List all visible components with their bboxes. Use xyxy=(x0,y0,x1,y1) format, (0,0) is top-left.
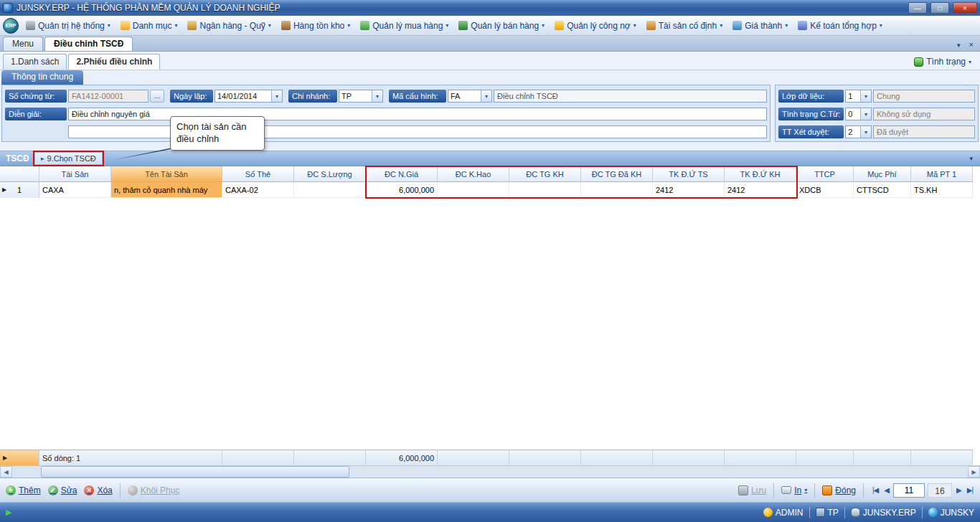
scrollbar-thumb[interactable] xyxy=(41,466,349,478)
menu-item[interactable]: Quản lý mua hàng▾ xyxy=(356,19,453,33)
column-header-tk_duts[interactable]: TK Đ.Ứ TS xyxy=(653,166,725,182)
menu-item[interactable]: Giá thành▾ xyxy=(728,19,792,33)
cell-tai_san[interactable]: CAXA xyxy=(39,182,111,198)
restore-button[interactable]: Khôi Phục xyxy=(128,485,180,495)
status-icon xyxy=(914,57,923,67)
cell-dc_tgdakh[interactable] xyxy=(581,182,653,198)
subtab-danh-sach[interactable]: 1.Danh sách xyxy=(3,54,67,70)
tab-close-icon[interactable]: × xyxy=(966,40,977,51)
column-header-dc_khao[interactable]: ĐC K.Hao xyxy=(438,166,509,182)
lop-du-lieu-input[interactable] xyxy=(846,90,860,102)
menu-item[interactable]: Tài sản cố định▾ xyxy=(642,19,727,33)
cell-dc_sluong[interactable] xyxy=(294,182,366,198)
nav-prev-icon[interactable]: ◀ xyxy=(882,486,890,494)
add-button[interactable]: + Thêm xyxy=(6,485,41,495)
chi-nhanh-input[interactable] xyxy=(339,90,372,102)
nav-last-icon[interactable]: ▶| xyxy=(966,486,974,494)
column-header-dc_sluong[interactable]: ĐC S.Lượng xyxy=(294,166,366,182)
column-header-ma_pt1[interactable]: Mã PT 1 xyxy=(911,166,973,182)
dien-giai-label: Diễn giải: xyxy=(5,108,67,120)
subtab-phieu-dieu-chinh[interactable]: 2.Phiếu điều chỉnh xyxy=(68,54,160,70)
scroll-left-icon[interactable]: ◀ xyxy=(0,466,12,478)
section-tab-thong-tin-chung[interactable]: Thông tin chung xyxy=(1,70,83,85)
column-header-ten_tai_san[interactable]: Tên Tài Sản xyxy=(111,166,222,182)
cell-ttcp[interactable]: XDCB xyxy=(796,182,854,198)
column-header-dc_ngia[interactable]: ĐC N.Giá xyxy=(366,166,438,182)
footer-dc_sluong xyxy=(294,450,366,465)
close-button[interactable]: × xyxy=(953,2,977,14)
footer-muc_phi xyxy=(854,450,911,465)
menu-item[interactable]: Quản lý công nợ▾ xyxy=(550,19,641,33)
column-header-so_the[interactable]: Số Thẻ xyxy=(222,166,294,182)
column-header-dc_tgdakh[interactable]: ĐC TG Đã KH xyxy=(581,166,653,182)
menu-item[interactable]: Quản trị hệ thống▾ xyxy=(22,19,115,33)
status-dropdown-label: Tình trạng xyxy=(926,57,966,67)
cell-tk_dukh[interactable]: 2412 xyxy=(725,182,796,198)
erp-logo-icon[interactable]: ERP xyxy=(3,18,19,34)
restore-label: Khôi Phục xyxy=(141,485,180,495)
save-button[interactable]: Lưu xyxy=(738,485,766,495)
column-header-dc_tgkh[interactable]: ĐC TG KH xyxy=(509,166,581,182)
ma-cau-hinh-description-input[interactable] xyxy=(494,90,767,103)
status-dropdown[interactable]: Tình trạng ▾ xyxy=(908,57,977,70)
table-row[interactable]: ▶1CAXAn, thảm cỏ quanh nhà máyCAXA-026,0… xyxy=(0,182,980,198)
menu-item[interactable]: Hàng tồn kho▾ xyxy=(277,19,354,33)
minimize-button[interactable]: — xyxy=(908,2,927,14)
chevron-down-icon[interactable]: ▾ xyxy=(860,108,871,120)
chevron-down-icon[interactable]: ▾ xyxy=(860,90,871,102)
ngay-lap-datepicker[interactable]: ▾ xyxy=(215,90,283,103)
ngay-lap-input[interactable] xyxy=(215,90,271,102)
cell-ma_pt1[interactable]: TS.KH xyxy=(911,182,973,198)
close-form-button[interactable]: Đóng xyxy=(822,485,856,495)
tinh-trang-ctu-select[interactable]: ▾ xyxy=(845,108,872,120)
tab-dieu-chinh-tscd[interactable]: Điều chỉnh TSCĐ xyxy=(44,37,133,51)
ma-cau-hinh-select[interactable]: ▾ xyxy=(448,90,492,103)
cell-dc_khao[interactable] xyxy=(438,182,509,198)
chevron-down-icon[interactable]: ▾ xyxy=(860,126,871,138)
debt-icon xyxy=(555,21,564,30)
cell-dc_tgkh[interactable] xyxy=(509,182,581,198)
browse-button[interactable]: ... xyxy=(150,90,164,103)
grid-options-chevron-down-icon[interactable]: ▾ xyxy=(962,155,980,162)
ma-cau-hinh-input[interactable] xyxy=(448,90,481,102)
print-button[interactable]: In ▾ xyxy=(781,485,807,495)
ngay-lap-label: Ngày lập: xyxy=(170,90,213,103)
tinh-trang-ctu-input[interactable] xyxy=(846,108,860,120)
chevron-down-icon[interactable]: ▾ xyxy=(481,90,491,102)
row-selector[interactable]: ▶1 xyxy=(0,182,39,198)
column-header-tk_dukh[interactable]: TK Đ.Ứ KH xyxy=(725,166,796,182)
page-number-input[interactable] xyxy=(893,483,925,498)
cell-dc_ngia[interactable]: 6,000,000 xyxy=(366,182,438,198)
chon-tscd-button[interactable]: ▸ 9.Chọn TSCĐ xyxy=(34,152,103,165)
chevron-down-icon[interactable]: ▾ xyxy=(372,90,382,102)
scroll-right-icon[interactable]: ▶ xyxy=(968,466,980,478)
nav-first-icon[interactable]: |◀ xyxy=(871,486,880,494)
cell-muc_phi[interactable]: CTTSCD xyxy=(854,182,911,198)
menu-item[interactable]: Danh mục▾ xyxy=(116,19,182,33)
user-icon xyxy=(763,508,773,517)
tt-xet-duyet-input[interactable] xyxy=(846,126,860,138)
tt-xet-duyet-select[interactable]: ▾ xyxy=(845,125,872,138)
tab-strip: Menu Điều chỉnh TSCĐ ▾ × xyxy=(0,36,980,52)
column-header-muc_phi[interactable]: Mục Phí xyxy=(854,166,911,182)
cell-ten_tai_san[interactable]: n, thảm cỏ quanh nhà máy xyxy=(111,182,222,198)
tab-menu[interactable]: Menu xyxy=(3,37,43,51)
delete-button[interactable]: × Xóa xyxy=(84,485,112,495)
lop-du-lieu-select[interactable]: ▾ xyxy=(845,90,872,103)
menu-item[interactable]: Ngân hàng - Quỹ▾ xyxy=(183,19,275,33)
maximize-button[interactable]: □ xyxy=(930,2,949,14)
column-header-ttcp[interactable]: TTCP xyxy=(796,166,854,182)
horizontal-scrollbar[interactable]: ◀ ▶ xyxy=(0,465,980,478)
add-icon: + xyxy=(6,485,16,495)
edit-button[interactable]: ✓ Sửa xyxy=(48,485,77,495)
cell-so_the[interactable]: CAXA-02 xyxy=(222,182,294,198)
chevron-down-icon[interactable]: ▾ xyxy=(271,90,282,102)
chi-nhanh-select[interactable]: ▾ xyxy=(339,90,383,103)
nav-next-icon[interactable]: ▶ xyxy=(955,486,963,494)
menu-item[interactable]: Kế toán tổng hợp▾ xyxy=(793,19,887,33)
so-chung-tu-input[interactable] xyxy=(68,90,149,103)
cell-tk_duts[interactable]: 2412 xyxy=(653,182,725,198)
tab-list-chevron-down-icon[interactable]: ▾ xyxy=(953,42,964,51)
column-header-tai_san[interactable]: Tài Sản xyxy=(39,166,111,182)
menu-item[interactable]: Quản lý bán hàng▾ xyxy=(454,19,549,33)
